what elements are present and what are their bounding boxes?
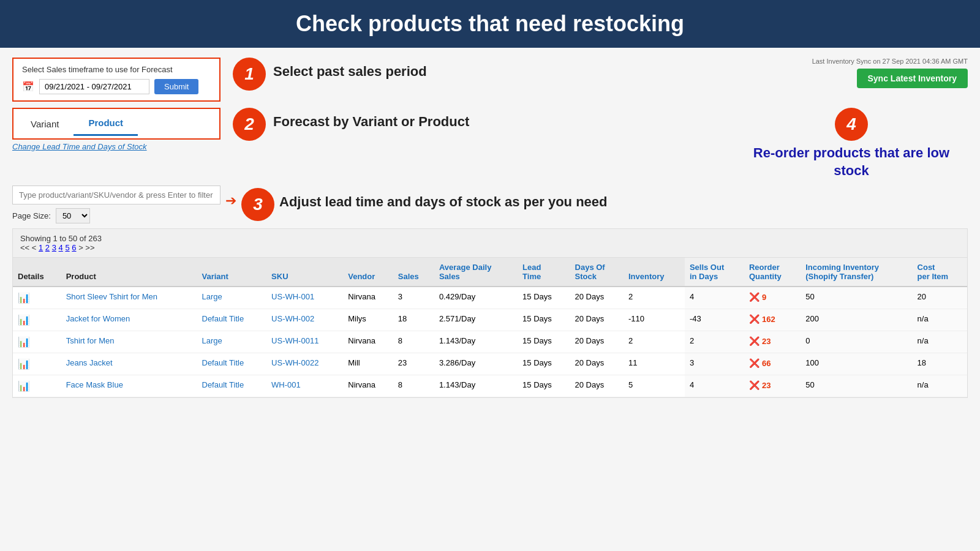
chart-icon[interactable]: 📊 — [18, 337, 30, 347]
cell-sells-out: 3 — [685, 353, 744, 375]
cell-avg-daily: 3.286/Day — [434, 353, 518, 375]
cell-sells-out: 2 — [685, 331, 744, 353]
cell-sku: US-WH-001 — [266, 287, 343, 309]
search-input[interactable] — [12, 186, 221, 204]
cell-product: Jeans Jacket — [61, 353, 197, 375]
cell-cost: n/a — [913, 375, 967, 397]
table-row: 📊 Short Sleev Tshirt for Men Large US-WH… — [13, 287, 967, 309]
cell-cost: 20 — [913, 287, 967, 309]
cell-inventory: 11 — [624, 353, 685, 375]
product-link[interactable]: Short Sleev Tshirt for Men — [66, 292, 157, 301]
search-area: Page Size: 50 100 200 — [12, 186, 221, 223]
table-row: 📊 Jeans Jacket Default Title US-WH-0022 … — [13, 353, 967, 375]
cell-sku: US-WH-0022 — [266, 353, 343, 375]
col-reorder-qty: ReorderQuantity — [744, 258, 801, 287]
cell-inventory: 2 — [624, 287, 685, 309]
page-size-select[interactable]: 50 100 200 — [56, 208, 90, 223]
product-link[interactable]: Face Mask Blue — [66, 380, 123, 389]
variant-link[interactable]: Large — [202, 336, 222, 345]
cell-reorder-qty: ❌9 — [744, 287, 801, 309]
variant-link[interactable]: Large — [202, 292, 222, 301]
cell-details[interactable]: 📊 — [13, 331, 61, 353]
cell-variant: Large — [197, 287, 267, 309]
col-inventory: Inventory — [624, 258, 685, 287]
variant-link[interactable]: Default Title — [202, 358, 244, 367]
table-section: Showing 1 to 50 of 263 << < 1 2 3 4 5 6 … — [12, 228, 968, 398]
sync-label: Last Inventory Sync on 27 Sep 2021 04:36… — [812, 58, 968, 65]
cell-avg-daily: 0.429/Day — [434, 287, 518, 309]
cell-reorder-qty: ❌23 — [744, 375, 801, 397]
col-sku: SKU — [266, 258, 343, 287]
chart-icon[interactable]: 📊 — [18, 359, 30, 369]
page-title: Check products that need restocking — [296, 11, 684, 36]
reorder-qty-value: ❌23 — [749, 380, 796, 390]
product-link[interactable]: Jeans Jacket — [66, 358, 113, 367]
cell-avg-daily: 2.571/Day — [434, 309, 518, 331]
cell-details[interactable]: 📊 — [13, 309, 61, 331]
sku-link[interactable]: US-WH-001 — [271, 292, 314, 301]
cell-sku: WH-001 — [266, 375, 343, 397]
chart-icon[interactable]: 📊 — [18, 293, 30, 303]
cell-incoming: 50 — [801, 375, 912, 397]
table-row: 📊 Face Mask Blue Default Title WH-001 Ni… — [13, 375, 967, 397]
cell-sells-out: 4 — [685, 375, 744, 397]
sku-link[interactable]: US-WH-002 — [271, 314, 314, 323]
cell-vendor: Mill — [343, 353, 393, 375]
sync-latest-button[interactable]: Sync Latest Inventory — [857, 69, 968, 88]
reorder-qty-value: ❌162 — [749, 314, 796, 324]
lead-time-link[interactable]: Change Lead Time and Days of Stock — [12, 142, 221, 151]
col-incoming: Incoming Inventory(Shopify Transfer) — [801, 258, 912, 287]
step1-text: Select past sales period — [273, 58, 427, 80]
sku-link[interactable]: US-WH-0011 — [271, 336, 318, 345]
cell-details[interactable]: 📊 — [13, 353, 61, 375]
cell-reorder-qty: ❌162 — [744, 309, 801, 331]
cell-reorder-qty: ❌66 — [744, 353, 801, 375]
col-sales: Sales — [393, 258, 434, 287]
cell-details[interactable]: 📊 — [13, 287, 61, 309]
reorder-qty-value: ❌66 — [749, 358, 796, 368]
warning-icon: ❌ — [749, 380, 760, 390]
table-row: 📊 Jacket for Women Default Title US-WH-0… — [13, 309, 967, 331]
cell-avg-daily: 1.143/Day — [434, 375, 518, 397]
col-vendor: Vendor — [343, 258, 393, 287]
table-meta: Showing 1 to 50 of 263 << < 1 2 3 4 5 6 … — [13, 229, 967, 258]
col-product: Product — [61, 258, 197, 287]
forecast-tabs: Variant Product — [16, 111, 217, 136]
date-range-input[interactable] — [39, 79, 149, 94]
sku-link[interactable]: WH-001 — [271, 380, 301, 389]
tab-variant[interactable]: Variant — [16, 111, 74, 136]
cell-lead-time: 15 Days — [518, 309, 570, 331]
step2-circle: 2 — [233, 108, 266, 141]
step3-text: Adjust lead time and days of stock as pe… — [279, 188, 607, 210]
pagination[interactable]: << < 1 2 3 4 5 6 > >> — [20, 243, 960, 252]
page-header: Check products that need restocking — [0, 0, 980, 48]
submit-button[interactable]: Submit — [154, 79, 198, 94]
calendar-icon: 📅 — [22, 81, 34, 92]
cell-variant: Large — [197, 331, 267, 353]
cell-details[interactable]: 📊 — [13, 375, 61, 397]
product-link[interactable]: Jacket for Women — [66, 314, 130, 323]
sku-link[interactable]: US-WH-0022 — [271, 358, 318, 367]
variant-link[interactable]: Default Title — [202, 314, 244, 323]
cell-sku: US-WH-002 — [266, 309, 343, 331]
cell-days-stock: 20 Days — [570, 287, 624, 309]
tab-product[interactable]: Product — [74, 111, 138, 136]
variant-link[interactable]: Default Title — [202, 380, 244, 389]
reorder-qty-value: ❌9 — [749, 292, 796, 302]
step3-circle: 3 — [241, 188, 274, 221]
chart-icon[interactable]: 📊 — [18, 381, 30, 391]
page-size-label: Page Size: — [12, 211, 51, 220]
product-link[interactable]: Tshirt for Men — [66, 336, 115, 345]
cell-cost: n/a — [913, 309, 967, 331]
cell-lead-time: 15 Days — [518, 375, 570, 397]
chart-icon[interactable]: 📊 — [18, 315, 30, 325]
step2-annotation: 2 Forecast by Variant or Product — [233, 108, 723, 141]
reorder-qty-value: ❌23 — [749, 336, 796, 346]
cell-sales: 3 — [393, 287, 434, 309]
cell-product: Short Sleev Tshirt for Men — [61, 287, 197, 309]
col-avg-daily: Average DailySales — [434, 258, 518, 287]
step2-text: Forecast by Variant or Product — [273, 108, 469, 130]
cell-days-stock: 20 Days — [570, 375, 624, 397]
cell-days-stock: 20 Days — [570, 331, 624, 353]
cell-sales: 8 — [393, 331, 434, 353]
